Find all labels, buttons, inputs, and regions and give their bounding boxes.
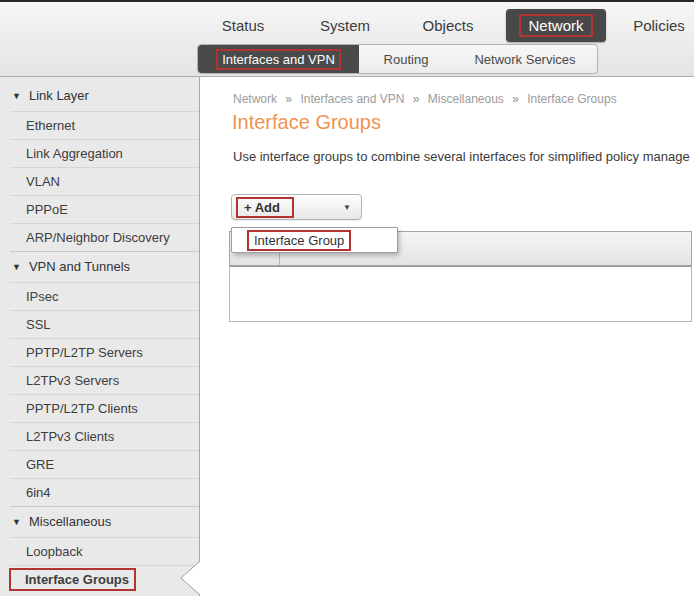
sidebar-item-ipsec[interactable]: IPsec — [0, 282, 199, 310]
sidebar-item-label: VLAN — [26, 174, 60, 189]
top-navigation-bar: Status System Objects Network Policies I… — [0, 0, 694, 77]
chevron-down-icon: ▼ — [12, 517, 21, 527]
tab-network[interactable]: Network — [506, 9, 606, 42]
sidebar-item-label: 6in4 — [26, 485, 51, 500]
sidebar-item-label: Loopback — [26, 544, 82, 559]
sidebar-section-vpn-and-tunnels[interactable]: ▼ VPN and Tunnels — [0, 251, 199, 282]
subnav-tab-routing[interactable]: Routing — [359, 45, 453, 73]
sidebar-section-miscellaneous[interactable]: ▼ Miscellaneous — [0, 506, 199, 537]
sidebar-item-loopback[interactable]: Loopback — [0, 537, 199, 565]
breadcrumb-item-miscellaneous[interactable]: Miscellaneous — [428, 92, 504, 106]
sidebar-item-arp-neighbor-discovery[interactable]: ARP/Neighbor Discovery — [0, 223, 199, 251]
sidebar-item-label: PPPoE — [26, 202, 68, 217]
tab-status[interactable]: Status — [198, 9, 288, 42]
tab-objects-label: Objects — [423, 17, 474, 34]
sidebar-item-l2tpv3-servers[interactable]: L2TPv3 Servers — [0, 366, 199, 394]
tab-policies[interactable]: Policies — [620, 9, 694, 42]
annotation-box-network: Network — [519, 14, 592, 37]
subnav-tab-interfaces-and-vpn-label: Interfaces and VPN — [222, 52, 335, 67]
breadcrumb: Network » Interfaces and VPN » Miscellan… — [233, 92, 617, 106]
sidebar-item-label: ARP/Neighbor Discovery — [26, 230, 170, 245]
sidebar: ▼ Link Layer Ethernet Link Aggregation V… — [0, 77, 200, 596]
page-description: Use interface groups to combine several … — [233, 149, 694, 164]
table-body-empty — [229, 266, 692, 322]
sidebar-item-label: L2TPv3 Servers — [26, 373, 119, 388]
tab-system-label: System — [320, 17, 370, 34]
sidebar-item-pptp-l2tp-clients[interactable]: PPTP/L2TP Clients — [0, 394, 199, 422]
subnav-tab-routing-label: Routing — [384, 52, 429, 67]
sidebar-section-miscellaneous-label: Miscellaneous — [29, 514, 111, 529]
sidebar-item-pptp-l2tp-servers[interactable]: PPTP/L2TP Servers — [0, 338, 199, 366]
page-title: Interface Groups — [232, 111, 381, 134]
sidebar-section-link-layer[interactable]: ▼ Link Layer — [0, 80, 199, 111]
chevron-down-icon: ▼ — [12, 91, 21, 101]
sidebar-section-link-layer-label: Link Layer — [29, 88, 89, 103]
sidebar-item-label: IPsec — [26, 289, 59, 304]
tab-status-label: Status — [222, 17, 265, 34]
sidebar-section-vpn-and-tunnels-label: VPN and Tunnels — [29, 259, 130, 274]
tab-network-label: Network — [528, 17, 583, 34]
sidebar-item-vlan[interactable]: VLAN — [0, 167, 199, 195]
menu-item-interface-group[interactable]: Interface Group — [254, 233, 344, 248]
breadcrumb-item-interfaces-and-vpn[interactable]: Interfaces and VPN — [300, 92, 404, 106]
tab-system[interactable]: System — [300, 9, 390, 42]
sidebar-item-label: L2TPv3 Clients — [26, 429, 114, 444]
sidebar-item-label: PPTP/L2TP Servers — [26, 345, 143, 360]
chevron-down-icon: ▼ — [12, 262, 21, 272]
sidebar-item-label: PPTP/L2TP Clients — [26, 401, 138, 416]
breadcrumb-item-interface-groups[interactable]: Interface Groups — [527, 92, 616, 106]
sidebar-item-label: Interface Groups — [25, 572, 129, 587]
sidebar-item-6in4[interactable]: 6in4 — [0, 478, 199, 506]
breadcrumb-item-network[interactable]: Network — [233, 92, 277, 106]
subnav-tab-network-services-label: Network Services — [474, 52, 575, 67]
sidebar-item-link-aggregation[interactable]: Link Aggregation — [0, 139, 199, 167]
sidebar-item-label: Ethernet — [26, 118, 75, 133]
tab-objects[interactable]: Objects — [402, 9, 494, 42]
sidebar-item-pppoe[interactable]: PPPoE — [0, 195, 199, 223]
selected-item-pointer-notch — [181, 561, 201, 595]
sidebar-item-label: Link Aggregation — [26, 146, 123, 161]
subnav-segmented-control: Interfaces and VPN Routing Network Servi… — [197, 44, 598, 74]
sidebar-item-l2tpv3-clients[interactable]: L2TPv3 Clients — [0, 422, 199, 450]
dropdown-caret-icon[interactable]: ▼ — [343, 203, 351, 212]
add-button[interactable]: + Add ▼ — [231, 194, 362, 220]
main-content: Network » Interfaces and VPN » Miscellan… — [200, 77, 694, 596]
breadcrumb-separator: » — [512, 92, 519, 106]
breadcrumb-separator: » — [413, 92, 420, 106]
annotation-box-interface-groups: Interface Groups — [9, 568, 136, 591]
add-button-label: + Add — [244, 200, 280, 215]
breadcrumb-separator: » — [285, 92, 292, 106]
sidebar-item-gre[interactable]: GRE — [0, 450, 199, 478]
annotation-box-add: + Add — [236, 197, 294, 218]
sidebar-item-ssl[interactable]: SSL — [0, 310, 199, 338]
annotation-box-interface-group: Interface Group — [247, 230, 351, 251]
sidebar-item-interface-groups[interactable]: Interface Groups — [0, 565, 199, 593]
subnav-tab-network-services[interactable]: Network Services — [453, 45, 597, 73]
subnav-tab-interfaces-and-vpn[interactable]: Interfaces and VPN — [198, 45, 359, 73]
add-dropdown-menu: Interface Group — [231, 227, 398, 253]
sidebar-item-label: GRE — [26, 457, 54, 472]
sidebar-item-label: SSL — [26, 317, 51, 332]
sidebar-item-ethernet[interactable]: Ethernet — [0, 111, 199, 139]
annotation-box-interfaces-and-vpn: Interfaces and VPN — [216, 49, 341, 70]
tab-policies-label: Policies — [633, 17, 685, 34]
